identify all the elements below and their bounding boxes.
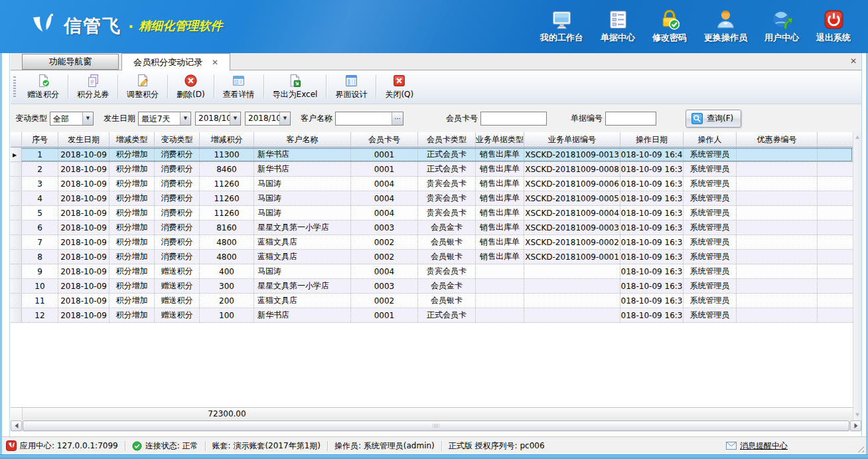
nav-switch-operator[interactable]: 更换操作员 [704, 9, 747, 44]
column-header[interactable]: 客户名称 [254, 132, 351, 147]
table-cell: 积分增加 [109, 279, 155, 293]
points-total: 72300.00 [200, 408, 254, 420]
toolbar-grip-icon[interactable] [13, 76, 16, 97]
column-header[interactable]: 发生日期 [58, 132, 109, 147]
table-cell [524, 264, 620, 278]
date-from-combo[interactable]: 2018/10/2 [195, 112, 241, 126]
delete-button[interactable]: 删除(D) [168, 72, 214, 102]
table-cell: 正式会员卡 [418, 147, 476, 161]
chevron-down-icon[interactable] [230, 112, 240, 125]
scroll-left-arrow-icon[interactable] [11, 420, 22, 431]
column-header[interactable]: 操作人 [684, 132, 737, 147]
column-header[interactable]: 序号 [22, 132, 58, 147]
table-cell: XSCKD-20181009-0002 [524, 235, 620, 249]
table-cell: 积分增加 [109, 177, 155, 191]
table-cell: 会员银卡 [418, 294, 476, 308]
table-cell: XSCKD-20181009-0001 [524, 250, 620, 264]
table-row[interactable]: 102018-10-09积分增加赠送积分300星星文具第一小学店0003会员金卡… [11, 279, 853, 294]
brand-separator: · [128, 18, 133, 35]
table-cell: 销售出库单 [476, 162, 524, 176]
table-cell: 4800 [200, 250, 254, 264]
date-range-combo[interactable]: 最近7天 [138, 112, 191, 126]
table-cell-filler [818, 221, 853, 234]
chevron-down-icon[interactable] [279, 112, 290, 125]
nav-user-center[interactable]: 用户中心 [764, 9, 799, 44]
nav-change-password[interactable]: 修改密码 [652, 9, 687, 44]
vertical-scrollbar[interactable] [853, 132, 861, 420]
query-button[interactable]: 查询(F) [686, 110, 741, 128]
table-cell: 马国涛 [254, 264, 351, 278]
horizontal-scrollbar[interactable] [11, 420, 861, 432]
table-cell: 2018-10-09 16:30 [620, 308, 684, 322]
window-bottom-frame [0, 454, 868, 459]
table-row[interactable]: 22018-10-09积分增加消费积分8460新华书店0001正式会员卡销售出库… [11, 162, 853, 177]
table-cell [737, 235, 818, 249]
table-cell: 8 [22, 250, 58, 264]
message-center-link[interactable]: 消息提醒中心 [726, 440, 788, 452]
table-cell: 0003 [351, 279, 418, 293]
ellipsis-lookup-icon[interactable] [392, 112, 403, 125]
table-row[interactable]: 42018-10-09积分增加消费积分11260马国涛0004贵宾会员卡销售出库… [11, 191, 853, 206]
tab-nav-window[interactable]: 功能导航窗 [22, 54, 119, 70]
scroll-right-arrow-icon[interactable] [850, 420, 861, 431]
table-row[interactable]: 92018-10-09积分增加赠送积分400马国涛0004贵宾会员卡2018-1… [11, 264, 853, 279]
table-row[interactable]: 72018-10-09积分增加消费积分4800蓝猫文具店0002会员银卡销售出库… [11, 235, 853, 250]
table-cell: 贵宾会员卡 [418, 191, 476, 205]
view-details-button[interactable]: 查看详情 [214, 72, 263, 102]
column-header[interactable]: 业务单据编号 [524, 132, 620, 147]
points-coupon-button[interactable]: 积分兑券 [68, 72, 117, 102]
table-row[interactable]: 122018-10-09积分增加赠送积分100新华书店0001正式会员卡2018… [11, 308, 853, 323]
table-cell: 星星文具第一小学店 [254, 279, 351, 293]
resize-grip-icon[interactable] [857, 446, 864, 452]
status-separator [327, 441, 328, 451]
ui-design-button[interactable]: 界面设计 [326, 72, 376, 102]
date-to-combo[interactable]: 2018/10/9 [245, 112, 291, 126]
tab-member-points-record[interactable]: 会员积分变动记录 [121, 53, 230, 70]
column-header[interactable]: 操作日期 [620, 132, 684, 147]
table-cell: 系统管理员 [684, 279, 737, 293]
card-no-input[interactable] [481, 112, 546, 125]
tabstrip-close-icon[interactable] [850, 56, 857, 66]
tab-close-icon[interactable] [212, 58, 218, 66]
table-cell-filler [818, 162, 853, 176]
status-bar: 应用中心: 127.0.0.1:7099 连接状态: 正常 账套: 演示账套(2… [2, 436, 866, 454]
chevron-down-icon[interactable] [82, 112, 93, 125]
column-header[interactable]: 会员卡类型 [418, 132, 476, 147]
row-indicator [11, 221, 22, 234]
column-header[interactable]: 业务单据类型 [476, 132, 524, 147]
table-row[interactable]: 32018-10-09积分增加消费积分11260马国涛0004贵宾会员卡销售出库… [11, 177, 853, 191]
chevron-down-icon[interactable] [180, 112, 190, 125]
nav-document-center[interactable]: 单据中心 [601, 9, 635, 44]
table-row[interactable]: 12018-10-09积分增加消费积分11300新华书店0001正式会员卡销售出… [11, 147, 853, 162]
table-row[interactable]: 52018-10-09积分增加消费积分11260马国涛0004贵宾会员卡销售出库… [11, 206, 853, 221]
status-connection: 连接状态: 正常 [132, 440, 198, 452]
table-row[interactable]: 62018-10-09积分增加消费积分8160星星文具第一小学店0003会员金卡… [11, 221, 853, 235]
table-cell: 2018-10-09 [58, 250, 109, 264]
table-cell: 贵宾会员卡 [418, 206, 476, 220]
table-cell [476, 294, 524, 308]
customer-input[interactable] [336, 112, 392, 125]
table-row[interactable]: 112018-10-09积分增加赠送积分200蓝猫文具店0002会员银卡2018… [11, 294, 853, 308]
table-cell: 2018-10-09 16:41 [620, 147, 684, 161]
table-cell-filler [818, 264, 853, 278]
adjust-points-button[interactable]: 调整积分 [118, 72, 167, 102]
column-header[interactable]: 增减积分 [200, 132, 254, 147]
table-row[interactable]: 82018-10-09积分增加消费积分4800蓝猫文具店0002会员银卡销售出库… [11, 250, 853, 264]
export-excel-button[interactable]: 导出为Excel [264, 72, 326, 102]
column-header[interactable]: 变动类型 [155, 132, 200, 147]
nav-my-workstation[interactable]: 我的工作台 [540, 9, 583, 44]
gift-points-button[interactable]: 赠送积分 [19, 72, 68, 102]
scrollbar-thumb[interactable] [23, 420, 849, 431]
column-header[interactable]: 增减类型 [109, 132, 155, 147]
doc-no-input[interactable] [606, 112, 656, 125]
column-header[interactable]: 会员卡号 [351, 132, 418, 147]
close-button[interactable]: 关闭(Q) [376, 72, 422, 102]
filter-bar: 变动类型 全部 发生日期 最近7天 2018/10/2 2018/10/9 客户… [11, 104, 861, 132]
table-cell: 4 [22, 191, 58, 205]
table-cell: 4800 [200, 235, 254, 249]
nav-exit-system[interactable]: 退出系统 [816, 9, 851, 44]
column-header[interactable]: 优惠券编号 [737, 132, 818, 147]
table-cell: 11260 [200, 177, 254, 191]
change-type-combo[interactable]: 全部 [50, 112, 94, 126]
table-cell: 2018-10-09 16:30 [620, 294, 684, 308]
